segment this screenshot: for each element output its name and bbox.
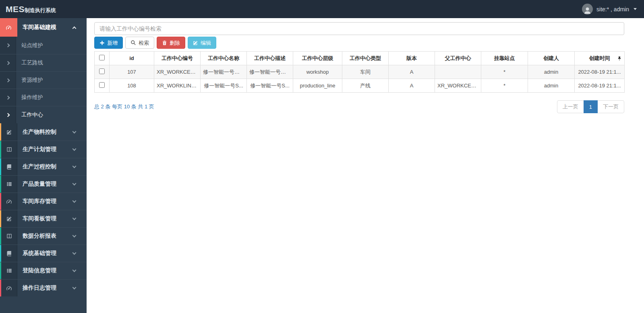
- sidebar-item-label: 登陆信息管理: [17, 262, 73, 279]
- cell-r0-c10: 2022-08-19 21:1...: [575, 65, 625, 79]
- cell-r1-c0: 108: [110, 79, 154, 93]
- sidebar-item-label: 车间库存管理: [17, 193, 73, 210]
- cell-r0-c2: 修一智能一号车间: [201, 65, 247, 79]
- row-select-cell: [95, 65, 110, 79]
- next-page-button[interactable]: 下一页: [597, 100, 624, 113]
- chevron-up-icon: [73, 18, 87, 37]
- delete-button-label: 删除: [170, 40, 180, 46]
- column-header-4[interactable]: 工作中心层级: [293, 52, 342, 65]
- column-header-8[interactable]: 挂靠站点: [481, 52, 528, 65]
- cell-r1-c1: XR_WORKLINE...: [154, 79, 201, 93]
- sidebar-item-6[interactable]: 数据分析报表: [0, 227, 87, 245]
- user-menu[interactable]: site:* , admin: [582, 4, 637, 15]
- pagination: 上一页 1 下一页: [557, 100, 624, 113]
- chevron-right-icon: [0, 37, 16, 54]
- sidebar-item-label: 生产过程控制: [17, 158, 73, 175]
- sidebar-item-label: 生产物料控制: [17, 123, 73, 141]
- app-logo-suffix: 制造执行系统: [25, 7, 56, 14]
- dashboard-icon: [1, 280, 17, 296]
- sidebar-item-7[interactable]: 系统基础管理: [0, 245, 87, 262]
- cell-r0-c0: 107: [110, 65, 154, 79]
- add-button[interactable]: 新增: [94, 37, 123, 49]
- chevron-right-icon: [0, 106, 16, 123]
- sidebar-item-label: 车间看板管理: [17, 210, 73, 227]
- book-icon: [1, 245, 17, 262]
- dashboard-icon: [1, 193, 17, 210]
- table-header-row: id工作中心编号工作中心名称工作中心描述工作中心层级工作中心类型版本父工作中心挂…: [95, 52, 625, 65]
- columns-icon: [1, 228, 17, 245]
- sidebar-subitem-label: 操作维护: [16, 89, 73, 106]
- cell-r1-c10: 2022-08-19 21:1...: [575, 79, 625, 93]
- search-button[interactable]: 检索: [125, 37, 154, 49]
- sidebar: 车间基础建模 站点维护工艺路线资源维护操作维护工作中心 生产物料控制生产计划管理…: [0, 18, 87, 313]
- select-all-checkbox[interactable]: [99, 55, 105, 60]
- chevron-down-icon: [73, 176, 87, 193]
- page-1-button[interactable]: 1: [584, 100, 598, 113]
- row-checkbox[interactable]: [99, 68, 105, 74]
- chevron-down-icon: [73, 280, 87, 296]
- workcenter-table: id工作中心编号工作中心名称工作中心描述工作中心层级工作中心类型版本父工作中心挂…: [94, 51, 625, 93]
- sidebar-item-9[interactable]: 操作日志管理: [0, 279, 87, 296]
- chevron-right-icon: [0, 54, 16, 71]
- table-footer: 总 2 条 每页 10 条 共 1 页 上一页 1 下一页: [94, 100, 624, 113]
- sidebar-item-1[interactable]: 生产计划管理: [0, 141, 87, 158]
- chevron-down-icon: [73, 245, 87, 262]
- chevron-down-icon: [73, 210, 87, 227]
- sidebar-subitem-2[interactable]: 资源维护: [0, 71, 87, 89]
- select-all-header: [95, 52, 110, 65]
- cell-r1-c4: production_line: [293, 79, 342, 93]
- column-header-0[interactable]: id: [110, 52, 154, 65]
- sidebar-subitem-0[interactable]: 站点维护: [0, 37, 87, 54]
- cell-r1-c6: A: [389, 79, 435, 93]
- column-header-2[interactable]: 工作中心名称: [201, 52, 247, 65]
- columns-icon: [1, 141, 17, 158]
- chevron-right-icon: [0, 89, 16, 106]
- column-header-3[interactable]: 工作中心描述: [247, 52, 293, 65]
- cell-r0-c5: 车间: [342, 65, 389, 79]
- cell-r1-c5: 产线: [342, 79, 389, 93]
- cell-r1-c9: admin: [528, 79, 575, 93]
- edit-icon: [1, 210, 17, 227]
- sidebar-subitem-4[interactable]: 工作中心: [0, 106, 87, 123]
- list-icon: [1, 176, 17, 193]
- column-header-5[interactable]: 工作中心类型: [342, 52, 389, 65]
- sidebar-item-2[interactable]: 生产过程控制: [0, 158, 87, 175]
- app-logo: MES制造执行系统: [6, 4, 56, 14]
- sidebar-item-label: 生产计划管理: [17, 141, 73, 158]
- toolbar: 新增 检索 删除 编辑: [94, 37, 624, 49]
- search-input[interactable]: [94, 22, 624, 35]
- delete-button[interactable]: 删除: [157, 37, 185, 49]
- sidebar-item-4[interactable]: 车间库存管理: [0, 193, 87, 210]
- sidebar-group-label: 车间基础建模: [17, 18, 73, 37]
- cell-r1-c8: *: [481, 79, 528, 93]
- sidebar-item-5[interactable]: 车间看板管理: [0, 210, 87, 227]
- sidebar-group-workshop-modeling[interactable]: 车间基础建模: [0, 18, 87, 37]
- row-checkbox[interactable]: [99, 82, 105, 88]
- caret-down-icon: [634, 8, 637, 10]
- search-icon: [130, 40, 136, 46]
- sidebar-subitem-3[interactable]: 操作维护: [0, 89, 87, 106]
- trash-icon: [162, 40, 167, 46]
- cell-r1-c2: 修一智能一号S...: [201, 79, 247, 93]
- column-header-7[interactable]: 父工作中心: [435, 52, 481, 65]
- avatar: [582, 4, 593, 15]
- sidebar-subitem-1[interactable]: 工艺路线: [0, 54, 87, 71]
- row-select-cell: [95, 79, 110, 93]
- column-header-1[interactable]: 工作中心编号: [154, 52, 201, 65]
- column-header-10[interactable]: 创建时间: [575, 52, 625, 65]
- pin-icon: [617, 56, 622, 61]
- chevron-down-icon: [73, 193, 87, 210]
- sidebar-item-8[interactable]: 登陆信息管理: [0, 262, 87, 279]
- page-content: 新增 检索 删除 编辑 id工作中心编号工作中心名称工作中心描述工作中心层级工作…: [87, 14, 644, 113]
- sidebar-submenu: 站点维护工艺路线资源维护操作维护工作中心: [0, 37, 87, 123]
- edit-icon: [1, 123, 17, 141]
- sidebar-subitem-label: 工艺路线: [16, 54, 73, 71]
- edit-button[interactable]: 编辑: [188, 37, 216, 49]
- column-header-9[interactable]: 创建人: [528, 52, 575, 65]
- sidebar-item-3[interactable]: 产品质量管理: [0, 175, 87, 193]
- sidebar-item-label: 系统基础管理: [17, 245, 73, 262]
- column-header-6[interactable]: 版本: [389, 52, 435, 65]
- sidebar-item-0[interactable]: 生产物料控制: [0, 123, 87, 141]
- cell-r0-c4: workshop: [293, 65, 342, 79]
- prev-page-button[interactable]: 上一页: [557, 100, 584, 113]
